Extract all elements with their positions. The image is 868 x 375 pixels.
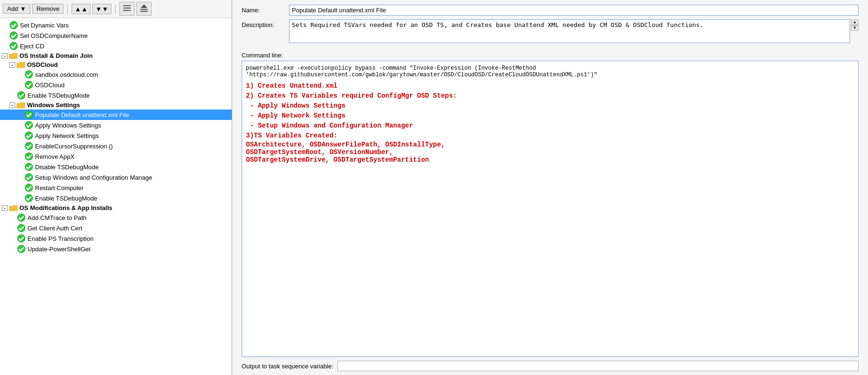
tree-item-sandbox[interactable]: sandbox.osdcloud.com bbox=[0, 69, 232, 80]
label-set-osd-computer-name: Set OSDComputerName bbox=[20, 32, 88, 39]
tree-item-osdcloud-group[interactable]: - OSDCloud bbox=[0, 60, 232, 69]
check-icon-apply-network-settings bbox=[25, 131, 33, 140]
label-enable-ts-debug: Enable TSDebugMode bbox=[27, 92, 90, 99]
label-setup-windows: Setup Windows and Configuration Manage bbox=[35, 174, 152, 181]
label-sandbox: sandbox.osdcloud.com bbox=[35, 71, 98, 78]
svg-point-20 bbox=[25, 194, 33, 202]
left-panel: Add ▼ Remove ▲▲ ▼▼ Set D bbox=[0, 0, 232, 375]
folder-icon-os-install bbox=[9, 53, 18, 59]
expand-icon-windows-settings[interactable]: - bbox=[9, 102, 15, 108]
check-icon-set-osd-computer-name bbox=[9, 31, 18, 40]
add-button[interactable]: Add ▼ bbox=[3, 4, 30, 14]
command-red-line-2: 2) Creates TS Variables required ConfigM… bbox=[246, 91, 854, 101]
folder-icon-osdcloud bbox=[17, 62, 25, 68]
move-up-button[interactable]: ▲▲ bbox=[72, 4, 90, 14]
tree-item-disable-ts-debug[interactable]: Disable TSDebugMode bbox=[0, 162, 232, 172]
expand-icon-os-install[interactable]: - bbox=[2, 53, 8, 59]
tree-item-restart-computer[interactable]: Restart Computer bbox=[0, 183, 232, 193]
svg-point-22 bbox=[18, 224, 25, 232]
svg-point-13 bbox=[25, 121, 33, 129]
command-line-label: Command line: bbox=[232, 52, 868, 59]
check-icon-set-dynamic-vars bbox=[9, 21, 18, 29]
tree-item-update-powershell[interactable]: Update-PowerShellGet bbox=[0, 244, 232, 254]
task-sequence-tree: Set Dynamic Vars Set OSDComputerName Eje… bbox=[0, 18, 232, 375]
label-update-powershell: Update-PowerShellGet bbox=[27, 246, 90, 253]
command-monospace-text: powershell.exe -executionpolicy bypass -… bbox=[246, 65, 854, 78]
tree-item-set-dynamic-vars[interactable]: Set Dynamic Vars bbox=[0, 20, 232, 30]
tree-item-enable-ps-transcription[interactable]: Enable PS Transcription bbox=[0, 233, 232, 244]
check-icon-disable-ts-debug bbox=[25, 163, 33, 171]
output-row: Output to task sequence variable: bbox=[232, 357, 868, 375]
check-icon-enable-ps-transcription bbox=[17, 234, 26, 243]
command-red-line-7: OSArchitecture, OSDAnswerFilePath, OSDIn… bbox=[246, 141, 854, 148]
check-icon-restart-computer bbox=[25, 183, 33, 192]
check-icon-add-cmtrace bbox=[17, 213, 26, 222]
label-add-cmtrace: Add CMTrace to Path bbox=[27, 214, 87, 221]
tree-item-os-install-domain-join[interactable]: - OS Install & Domain Join bbox=[0, 51, 232, 60]
label-apply-windows-settings: Apply Windows Settings bbox=[35, 122, 101, 129]
svg-point-24 bbox=[18, 245, 25, 253]
label-enable-cursor: EnableCursorSuppression () bbox=[35, 143, 113, 150]
svg-point-21 bbox=[18, 214, 25, 221]
svg-point-15 bbox=[25, 142, 33, 150]
tree-item-osdcloud-item[interactable]: OSDCloud bbox=[0, 80, 232, 90]
expand-icon-osdcloud[interactable]: - bbox=[9, 62, 15, 68]
tree-item-setup-windows[interactable]: Setup Windows and Configuration Manage bbox=[0, 172, 232, 183]
tree-item-apply-network-settings[interactable]: Apply Network Settings bbox=[0, 130, 232, 141]
move-down-button[interactable]: ▼▼ bbox=[92, 4, 111, 14]
scroll-down-btn[interactable]: ▼ bbox=[851, 25, 859, 31]
svg-rect-4 bbox=[140, 9, 148, 10]
command-box[interactable]: powershell.exe -executionpolicy bypass -… bbox=[242, 61, 859, 357]
tree-item-set-osd-computer-name[interactable]: Set OSDComputerName bbox=[0, 30, 232, 41]
tree-item-add-cmtrace[interactable]: Add CMTrace to Path bbox=[0, 212, 232, 223]
label-enable-ts-debug2: Enable TSDebugMode bbox=[35, 195, 97, 202]
output-input[interactable] bbox=[337, 361, 859, 371]
svg-point-12 bbox=[25, 111, 33, 119]
tree-item-enable-ts-debug[interactable]: Enable TSDebugMode bbox=[0, 90, 232, 101]
svg-point-6 bbox=[10, 21, 18, 29]
check-icon-setup-windows bbox=[25, 173, 33, 182]
command-red-line-5: - Setup Windows and Configuration Manage… bbox=[246, 121, 854, 131]
folder-icon-os-modifications bbox=[9, 205, 18, 211]
description-textarea[interactable]: Sets Required TSVars needed for an OSD T… bbox=[289, 19, 850, 43]
add-dropdown-arrow[interactable]: ▼ bbox=[20, 5, 26, 12]
reorder-button1[interactable] bbox=[119, 2, 135, 16]
tree-item-os-modifications[interactable]: - OS Modifications & App Installs bbox=[0, 203, 232, 212]
remove-button[interactable]: Remove bbox=[32, 4, 63, 14]
divider2 bbox=[115, 4, 116, 14]
scroll-up-btn[interactable]: ▲ bbox=[851, 19, 859, 25]
check-icon-enable-cursor bbox=[25, 142, 33, 150]
svg-point-23 bbox=[18, 235, 25, 242]
command-red-line-3: - Apply Windows Settings bbox=[246, 101, 854, 111]
label-os-modifications: OS Modifications & App Installs bbox=[19, 204, 112, 211]
tree-item-get-client-auth[interactable]: Get Client Auth Cert bbox=[0, 223, 232, 233]
tree-item-eject-cd[interactable]: Eject CD bbox=[0, 41, 232, 51]
divider1 bbox=[67, 4, 68, 14]
tree-item-apply-windows-settings[interactable]: Apply Windows Settings bbox=[0, 120, 232, 130]
svg-point-7 bbox=[10, 32, 18, 39]
label-windows-settings-group: Windows Settings bbox=[27, 101, 80, 109]
command-red-line-9: OSDTargetSystemDrive, OSDTargetSystemPar… bbox=[246, 156, 854, 164]
tree-item-populate-default[interactable]: Populate Default unattend.xml File bbox=[0, 110, 232, 120]
tree-item-enable-cursor[interactable]: EnableCursorSuppression () bbox=[0, 141, 232, 151]
label-osdcloud-group: OSDCloud bbox=[27, 61, 58, 68]
expand-icon-os-modifications[interactable]: - bbox=[2, 205, 8, 211]
svg-point-18 bbox=[25, 174, 33, 181]
label-os-install-domain-join: OS Install & Domain Join bbox=[19, 52, 93, 59]
check-icon-get-client-auth bbox=[17, 224, 26, 232]
check-icon-remove-appx bbox=[25, 152, 33, 161]
command-red-line-6: 3)TS Variables Created: bbox=[246, 131, 854, 141]
description-scrollbar: ▲ ▼ bbox=[851, 19, 859, 31]
name-input[interactable] bbox=[289, 5, 859, 16]
check-icon-populate-default bbox=[25, 110, 33, 119]
label-get-client-auth: Get Client Auth Cert bbox=[27, 225, 82, 232]
check-icon-enable-ts-debug bbox=[17, 91, 26, 100]
svg-point-16 bbox=[25, 153, 33, 160]
tree-item-remove-appx[interactable]: Remove AppX bbox=[0, 151, 232, 162]
svg-point-17 bbox=[25, 163, 33, 171]
reorder-button2[interactable] bbox=[136, 2, 152, 16]
tree-item-enable-ts-debug2[interactable]: Enable TSDebugMode bbox=[0, 193, 232, 203]
svg-point-14 bbox=[25, 132, 33, 139]
tree-item-windows-settings-group[interactable]: - Windows Settings bbox=[0, 101, 232, 110]
check-icon-apply-windows-settings bbox=[25, 121, 33, 129]
